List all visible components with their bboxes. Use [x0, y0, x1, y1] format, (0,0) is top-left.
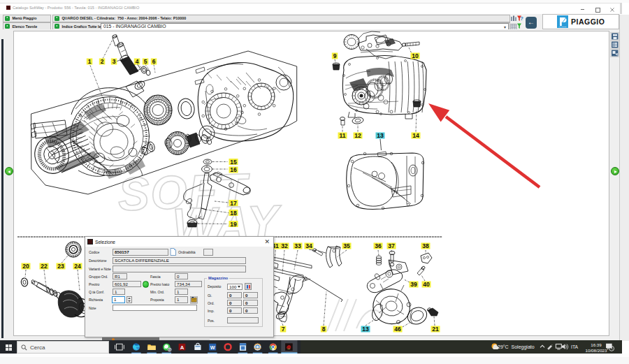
svg-text:14: 14 [412, 132, 419, 139]
svg-text:40: 40 [423, 281, 430, 288]
svg-text:33: 33 [294, 242, 301, 249]
svg-text:16: 16 [230, 166, 237, 173]
svg-text:22: 22 [41, 263, 48, 270]
svg-text:38: 38 [422, 242, 429, 249]
svg-text:18: 18 [230, 210, 237, 217]
svg-text:PIAGGIO: PIAGGIO [559, 26, 567, 28]
svg-text:6: 6 [152, 58, 156, 65]
svg-text:3: 3 [113, 58, 116, 65]
svg-text:35: 35 [343, 242, 350, 249]
svg-text:20: 20 [22, 263, 29, 270]
svg-text:W: W [210, 344, 215, 351]
svg-text:19: 19 [230, 221, 237, 228]
svg-text:9: 9 [333, 52, 337, 59]
svg-text:32: 32 [281, 242, 288, 249]
svg-text:13: 13 [362, 326, 369, 333]
svg-text:36: 36 [375, 242, 382, 249]
svg-text:2: 2 [101, 58, 104, 65]
svg-text:1: 1 [88, 58, 92, 65]
svg-text:7: 7 [282, 326, 285, 333]
svg-text:24: 24 [74, 263, 81, 270]
svg-text:34: 34 [305, 242, 312, 249]
svg-text:39: 39 [410, 281, 417, 288]
svg-text:21: 21 [432, 326, 439, 333]
svg-text:5: 5 [144, 58, 147, 65]
svg-text:11: 11 [340, 132, 346, 139]
svg-text:46: 46 [394, 326, 401, 333]
svg-text:4: 4 [136, 58, 139, 65]
svg-text:8: 8 [322, 326, 326, 333]
svg-text:17: 17 [230, 200, 237, 207]
svg-text:37: 37 [388, 242, 395, 249]
svg-text:10: 10 [412, 52, 419, 59]
svg-text:13: 13 [377, 132, 384, 139]
svg-text:23: 23 [57, 263, 64, 270]
svg-text:15: 15 [230, 159, 237, 166]
svg-text:64: 64 [168, 348, 171, 351]
svg-text:A: A [180, 344, 185, 351]
svg-text:12: 12 [354, 132, 361, 139]
